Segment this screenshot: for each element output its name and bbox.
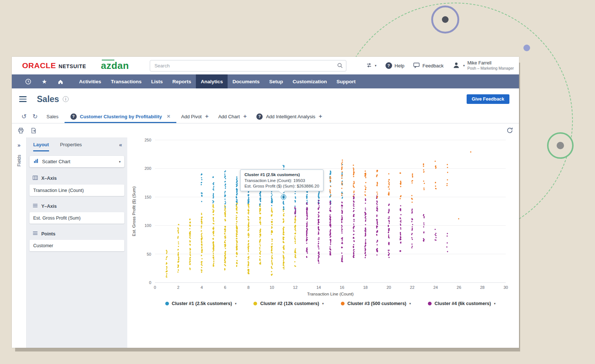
decorative-ring-purple	[431, 6, 459, 34]
section-label: X–Axis	[41, 176, 57, 181]
nav-item-reports[interactable]: Reports	[167, 74, 196, 88]
svg-text:20: 20	[387, 285, 391, 290]
collapse-sidebar-icon[interactable]: «	[119, 141, 122, 148]
nav-items: ActivitiesTransactionsListsReportsAnalyt…	[74, 74, 360, 88]
export-icon[interactable]	[31, 127, 37, 134]
info-icon[interactable]: i	[63, 96, 69, 102]
tab-customer-clustering[interactable]: ? Customer Clustering by Profitability ✕	[65, 110, 177, 123]
chevron-down-icon: ▾	[235, 302, 237, 305]
tab-label: Sales	[46, 114, 59, 119]
chart-type-value: Scatter Chart	[42, 159, 115, 164]
undo-icon[interactable]: ↺	[18, 113, 30, 120]
svg-text:0: 0	[154, 285, 156, 290]
svg-text:0: 0	[149, 280, 151, 285]
svg-text:12: 12	[293, 285, 297, 290]
global-search	[150, 60, 346, 71]
tooltip-line-2: Est. Gross Profit ($) (Sum): $263886.20	[245, 183, 319, 189]
refresh-icon[interactable]	[506, 127, 513, 134]
series-points-cluster-2	[166, 202, 297, 278]
page-title: Sales	[37, 94, 59, 104]
plus-icon: +	[319, 113, 322, 120]
oracle-logo: ORACLE	[22, 61, 56, 70]
redo-icon[interactable]: ↻	[30, 113, 41, 120]
nav-item-analytics[interactable]: Analytics	[196, 74, 228, 88]
user-info: Mike Farrell Posh – Marketing Manager	[467, 60, 514, 71]
tooltip-line-1: Transaction Line (Count): 19503	[245, 178, 319, 183]
plus-icon: +	[243, 113, 247, 120]
workbook-body: » Fields Layout Properties « Scatter Cha…	[12, 137, 519, 348]
legend-label: Cluster #2 (12k customers)	[260, 301, 319, 306]
print-icon[interactable]	[18, 127, 24, 134]
feedback-button[interactable]: Feedback	[413, 62, 443, 69]
legend-item-cluster-2[interactable]: Cluster #2 (12k customers)▾	[253, 301, 324, 306]
tab-properties[interactable]: Properties	[60, 137, 82, 151]
home-icon[interactable]	[57, 78, 64, 85]
svg-text:6: 6	[224, 285, 226, 290]
expand-fields-icon[interactable]: »	[17, 142, 20, 148]
add-intelligent-analysis-button[interactable]: ? Add Intelligent Analysis +	[252, 113, 327, 120]
role-switcher[interactable]: ▾	[366, 62, 377, 69]
svg-text:14: 14	[316, 285, 321, 290]
nav-item-documents[interactable]: Documents	[228, 74, 264, 88]
app-header: ORACLE NETSUITE azdan ▾ ? Help	[12, 57, 519, 74]
add-intelligent-label: Add Intelligent Analysis	[266, 114, 315, 119]
rows-icon	[32, 231, 38, 237]
nav-item-lists[interactable]: Lists	[146, 74, 168, 88]
chart-canvas[interactable]: 0501001502002500246810121416182022242628…	[127, 137, 519, 348]
page-header: Sales i Give Feedback	[12, 88, 519, 110]
help-button[interactable]: ? Help	[385, 62, 405, 69]
chart-type-select[interactable]: Scatter Chart ▾	[30, 156, 124, 167]
decorative-dot	[557, 142, 564, 149]
highlighted-point[interactable]	[281, 195, 286, 200]
avatar-icon	[452, 62, 460, 70]
tooltip-title: Cluster #1 (2.5k customers)	[245, 172, 319, 177]
series-points-cluster-4	[294, 194, 448, 263]
fields-label[interactable]: Fields	[17, 155, 22, 167]
user-name: Mike Farrell	[467, 60, 514, 66]
svg-text:24: 24	[433, 285, 438, 290]
give-feedback-button[interactable]: Give Feedback	[467, 94, 509, 104]
main-nav: ★ ActivitiesTransactionsListsReportsAnal…	[12, 74, 519, 88]
add-pivot-label: Add Pivot	[181, 114, 202, 119]
feedback-bubble-icon	[413, 62, 420, 69]
legend-item-cluster-1[interactable]: Cluster #1 (2.5k customers)▾	[165, 301, 237, 306]
svg-text:22: 22	[410, 285, 414, 290]
legend-item-cluster-3[interactable]: Cluster #3 (500 customers)▾	[341, 301, 411, 306]
svg-text:2: 2	[177, 285, 179, 290]
chevron-down-icon: ▾	[463, 64, 465, 67]
plus-icon: +	[205, 113, 209, 120]
add-pivot-button[interactable]: Add Pivot +	[176, 113, 214, 120]
shortcuts-star-icon[interactable]: ★	[42, 78, 47, 85]
svg-text:16: 16	[340, 285, 344, 290]
chart-tooltip: Cluster #1 (2.5k customers) Transaction …	[240, 169, 324, 191]
menu-hamburger-icon[interactable]	[19, 96, 27, 102]
nav-item-customization[interactable]: Customization	[288, 74, 332, 88]
chevron-down-icon: ▾	[322, 302, 324, 305]
nav-item-support[interactable]: Support	[332, 74, 360, 88]
scatter-plot: 0501001502002500246810121416182022242628…	[127, 137, 519, 298]
search-icon[interactable]	[337, 63, 343, 70]
tab-layout[interactable]: Layout	[33, 137, 49, 151]
recent-records-clock-icon[interactable]	[25, 78, 31, 85]
user-menu[interactable]: ▾ Mike Farrell Posh – Marketing Manager	[452, 60, 514, 71]
add-chart-button[interactable]: Add Chart +	[214, 113, 252, 120]
nav-item-activities[interactable]: Activities	[74, 74, 106, 88]
search-input[interactable]	[150, 60, 346, 71]
bar-chart-icon	[33, 158, 39, 165]
chevron-down-icon: ▾	[494, 302, 496, 305]
nav-item-setup[interactable]: Setup	[264, 74, 288, 88]
field-x-axis[interactable]: Transaction Line (Count)	[30, 185, 124, 196]
switch-role-icon	[366, 62, 372, 69]
feedback-label: Feedback	[422, 63, 443, 69]
field-points[interactable]: Customer	[30, 240, 124, 251]
close-icon[interactable]: ✕	[167, 114, 170, 119]
field-y-axis[interactable]: Est. Gross Profit (Sum)	[30, 212, 124, 224]
legend-item-cluster-4[interactable]: Cluster #4 (6k customers)▾	[428, 301, 495, 306]
tab-sales[interactable]: Sales	[41, 110, 65, 123]
svg-text:50: 50	[147, 252, 151, 256]
section-y-axis: Y–Axis	[32, 203, 124, 209]
nav-item-transactions[interactable]: Transactions	[106, 74, 146, 88]
section-x-axis: X–Axis	[32, 175, 124, 181]
layout-sidebar: Layout Properties « Scatter Chart ▾ X–Ax…	[27, 137, 127, 348]
svg-text:250: 250	[145, 138, 151, 142]
